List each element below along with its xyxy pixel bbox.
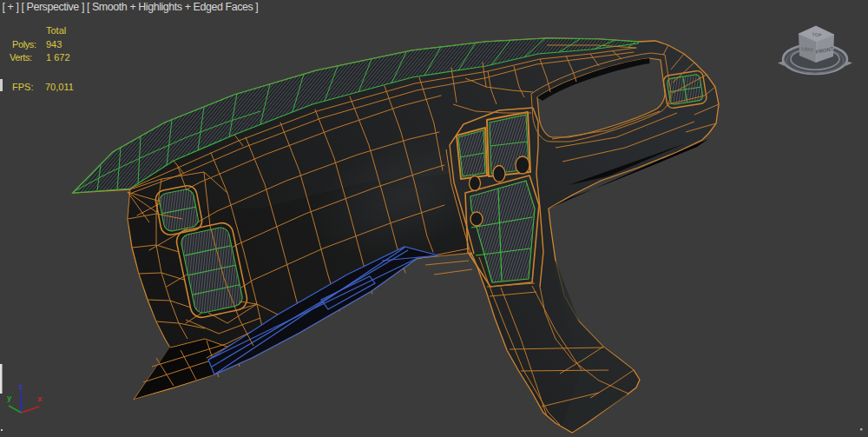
svg-text:x: x: [37, 394, 43, 403]
svg-text:TOP: TOP: [812, 32, 822, 38]
svg-text:y: y: [7, 393, 12, 402]
svg-text:z: z: [19, 381, 23, 391]
